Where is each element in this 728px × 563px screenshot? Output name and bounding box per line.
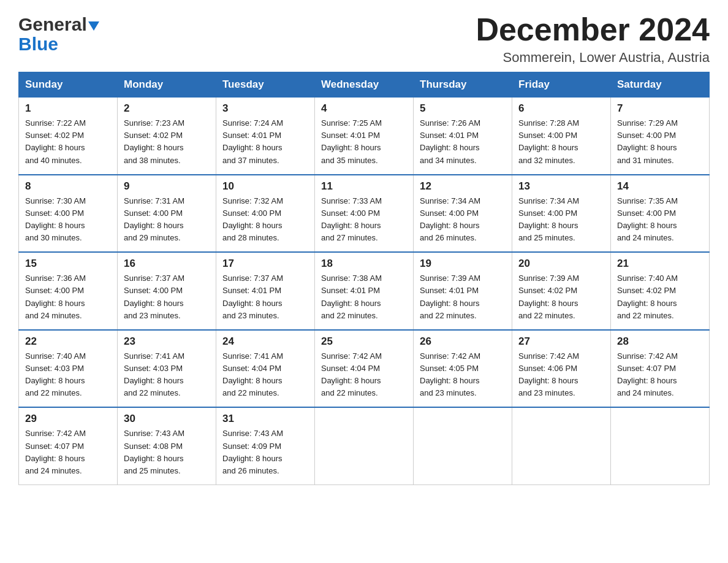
calendar-cell: 8Sunrise: 7:30 AMSunset: 4:00 PMDaylight… bbox=[19, 175, 118, 253]
header-row: Sunday Monday Tuesday Wednesday Thursday… bbox=[19, 72, 710, 98]
day-info: Sunrise: 7:39 AMSunset: 4:02 PMDaylight:… bbox=[518, 272, 604, 322]
day-number: 15 bbox=[25, 258, 111, 270]
day-number: 18 bbox=[321, 258, 407, 270]
day-number: 7 bbox=[617, 102, 703, 115]
day-info: Sunrise: 7:26 AMSunset: 4:01 PMDaylight:… bbox=[420, 117, 506, 167]
col-thursday: Thursday bbox=[414, 72, 512, 98]
calendar-week-1: 1Sunrise: 7:22 AMSunset: 4:02 PMDaylight… bbox=[19, 98, 710, 175]
calendar-cell: 22Sunrise: 7:40 AMSunset: 4:03 PMDayligh… bbox=[19, 330, 118, 408]
calendar-cell: 5Sunrise: 7:26 AMSunset: 4:01 PMDaylight… bbox=[414, 98, 512, 175]
day-number: 13 bbox=[518, 180, 604, 193]
day-info: Sunrise: 7:41 AMSunset: 4:04 PMDaylight:… bbox=[222, 350, 308, 400]
day-number: 25 bbox=[321, 335, 407, 348]
day-info: Sunrise: 7:38 AMSunset: 4:01 PMDaylight:… bbox=[321, 272, 407, 322]
calendar-week-5: 29Sunrise: 7:42 AMSunset: 4:07 PMDayligh… bbox=[19, 407, 710, 484]
calendar-cell: 4Sunrise: 7:25 AMSunset: 4:01 PMDaylight… bbox=[315, 98, 414, 175]
day-info: Sunrise: 7:35 AMSunset: 4:00 PMDaylight:… bbox=[617, 195, 703, 245]
day-info: Sunrise: 7:43 AMSunset: 4:09 PMDaylight:… bbox=[222, 427, 308, 477]
day-number: 9 bbox=[124, 180, 210, 193]
day-number: 5 bbox=[420, 102, 506, 115]
calendar-cell: 17Sunrise: 7:37 AMSunset: 4:01 PMDayligh… bbox=[216, 252, 315, 330]
month-year-title: December 2024 bbox=[476, 12, 710, 47]
day-number: 16 bbox=[124, 258, 210, 270]
col-wednesday: Wednesday bbox=[315, 72, 414, 98]
calendar-cell: 25Sunrise: 7:42 AMSunset: 4:04 PMDayligh… bbox=[315, 330, 414, 408]
day-number: 19 bbox=[420, 258, 506, 270]
day-info: Sunrise: 7:42 AMSunset: 4:06 PMDaylight:… bbox=[518, 350, 604, 400]
day-info: Sunrise: 7:36 AMSunset: 4:00 PMDaylight:… bbox=[25, 272, 111, 322]
calendar-cell: 26Sunrise: 7:42 AMSunset: 4:05 PMDayligh… bbox=[414, 330, 512, 408]
day-number: 10 bbox=[222, 180, 308, 193]
day-info: Sunrise: 7:31 AMSunset: 4:00 PMDaylight:… bbox=[124, 195, 210, 245]
col-monday: Monday bbox=[118, 72, 216, 98]
day-number: 28 bbox=[617, 335, 703, 348]
calendar-cell: 16Sunrise: 7:37 AMSunset: 4:00 PMDayligh… bbox=[118, 252, 216, 330]
day-info: Sunrise: 7:25 AMSunset: 4:01 PMDaylight:… bbox=[321, 117, 407, 167]
location-subtitle: Sommerein, Lower Austria, Austria bbox=[476, 50, 710, 66]
calendar-cell: 23Sunrise: 7:41 AMSunset: 4:03 PMDayligh… bbox=[118, 330, 216, 408]
calendar-cell: 18Sunrise: 7:38 AMSunset: 4:01 PMDayligh… bbox=[315, 252, 414, 330]
day-number: 27 bbox=[518, 335, 604, 348]
calendar-cell bbox=[414, 407, 512, 484]
day-info: Sunrise: 7:41 AMSunset: 4:03 PMDaylight:… bbox=[124, 350, 210, 400]
day-info: Sunrise: 7:42 AMSunset: 4:04 PMDaylight:… bbox=[321, 350, 407, 400]
calendar-cell: 24Sunrise: 7:41 AMSunset: 4:04 PMDayligh… bbox=[216, 330, 315, 408]
day-number: 17 bbox=[222, 258, 308, 270]
calendar-cell: 6Sunrise: 7:28 AMSunset: 4:00 PMDaylight… bbox=[512, 98, 611, 175]
day-number: 20 bbox=[518, 258, 604, 270]
day-info: Sunrise: 7:34 AMSunset: 4:00 PMDaylight:… bbox=[420, 195, 506, 245]
day-number: 4 bbox=[321, 102, 407, 115]
day-info: Sunrise: 7:39 AMSunset: 4:01 PMDaylight:… bbox=[420, 272, 506, 322]
day-info: Sunrise: 7:42 AMSunset: 4:07 PMDaylight:… bbox=[25, 427, 111, 477]
calendar-cell: 12Sunrise: 7:34 AMSunset: 4:00 PMDayligh… bbox=[414, 175, 512, 253]
calendar-cell: 2Sunrise: 7:23 AMSunset: 4:02 PMDaylight… bbox=[118, 98, 216, 175]
calendar-cell: 21Sunrise: 7:40 AMSunset: 4:02 PMDayligh… bbox=[611, 252, 710, 330]
calendar-week-4: 22Sunrise: 7:40 AMSunset: 4:03 PMDayligh… bbox=[19, 330, 710, 408]
calendar-cell: 14Sunrise: 7:35 AMSunset: 4:00 PMDayligh… bbox=[611, 175, 710, 253]
day-number: 1 bbox=[25, 102, 111, 115]
calendar-cell: 27Sunrise: 7:42 AMSunset: 4:06 PMDayligh… bbox=[512, 330, 611, 408]
calendar-cell: 29Sunrise: 7:42 AMSunset: 4:07 PMDayligh… bbox=[19, 407, 118, 484]
day-info: Sunrise: 7:32 AMSunset: 4:00 PMDaylight:… bbox=[222, 195, 308, 245]
calendar-cell bbox=[315, 407, 414, 484]
page-header: General Blue December 2024 Sommerein, Lo… bbox=[18, 12, 710, 66]
logo-general: General bbox=[18, 15, 87, 34]
day-number: 6 bbox=[518, 102, 604, 115]
logo-blue: Blue bbox=[18, 34, 58, 54]
calendar-cell: 10Sunrise: 7:32 AMSunset: 4:00 PMDayligh… bbox=[216, 175, 315, 253]
day-number: 21 bbox=[617, 258, 703, 270]
calendar-header: Sunday Monday Tuesday Wednesday Thursday… bbox=[19, 72, 710, 98]
day-number: 8 bbox=[25, 180, 111, 193]
day-number: 11 bbox=[321, 180, 407, 193]
calendar-cell: 28Sunrise: 7:42 AMSunset: 4:07 PMDayligh… bbox=[611, 330, 710, 408]
day-number: 24 bbox=[222, 335, 308, 348]
col-saturday: Saturday bbox=[611, 72, 710, 98]
calendar-cell: 19Sunrise: 7:39 AMSunset: 4:01 PMDayligh… bbox=[414, 252, 512, 330]
day-info: Sunrise: 7:40 AMSunset: 4:03 PMDaylight:… bbox=[25, 350, 111, 400]
calendar-cell: 3Sunrise: 7:24 AMSunset: 4:01 PMDaylight… bbox=[216, 98, 315, 175]
calendar-table: Sunday Monday Tuesday Wednesday Thursday… bbox=[18, 72, 710, 485]
day-info: Sunrise: 7:28 AMSunset: 4:00 PMDaylight:… bbox=[518, 117, 604, 167]
day-info: Sunrise: 7:23 AMSunset: 4:02 PMDaylight:… bbox=[124, 117, 210, 167]
day-info: Sunrise: 7:42 AMSunset: 4:07 PMDaylight:… bbox=[617, 350, 703, 400]
col-sunday: Sunday bbox=[19, 72, 118, 98]
logo[interactable]: General Blue bbox=[18, 15, 99, 54]
calendar-cell bbox=[512, 407, 611, 484]
day-number: 23 bbox=[124, 335, 210, 348]
calendar-cell: 20Sunrise: 7:39 AMSunset: 4:02 PMDayligh… bbox=[512, 252, 611, 330]
day-info: Sunrise: 7:43 AMSunset: 4:08 PMDaylight:… bbox=[124, 427, 210, 477]
day-info: Sunrise: 7:37 AMSunset: 4:00 PMDaylight:… bbox=[124, 272, 210, 322]
calendar-cell: 9Sunrise: 7:31 AMSunset: 4:00 PMDaylight… bbox=[118, 175, 216, 253]
day-number: 31 bbox=[222, 413, 308, 425]
col-tuesday: Tuesday bbox=[216, 72, 315, 98]
day-number: 29 bbox=[25, 413, 111, 425]
day-number: 30 bbox=[124, 413, 210, 425]
logo-triangle-icon bbox=[88, 21, 99, 31]
calendar-cell bbox=[611, 407, 710, 484]
calendar-cell: 7Sunrise: 7:29 AMSunset: 4:00 PMDaylight… bbox=[611, 98, 710, 175]
day-number: 22 bbox=[25, 335, 111, 348]
day-info: Sunrise: 7:30 AMSunset: 4:00 PMDaylight:… bbox=[25, 195, 111, 245]
calendar-cell: 30Sunrise: 7:43 AMSunset: 4:08 PMDayligh… bbox=[118, 407, 216, 484]
day-number: 12 bbox=[420, 180, 506, 193]
day-number: 2 bbox=[124, 102, 210, 115]
